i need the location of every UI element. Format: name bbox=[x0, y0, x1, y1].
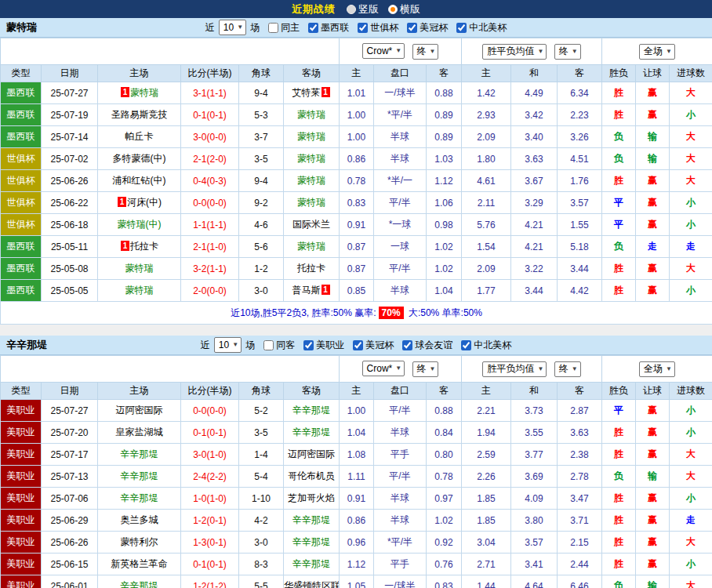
recent-count-select[interactable]: 10▼ bbox=[219, 20, 246, 35]
filter-same-venue-checkbox[interactable]: 同客 bbox=[256, 339, 295, 352]
col-type: 类型 bbox=[1, 383, 42, 400]
col-handicap: 盘口 bbox=[374, 65, 427, 82]
col-euro-away: 客 bbox=[558, 383, 602, 400]
col-asia-away: 客 bbox=[427, 65, 462, 82]
home-team: 辛辛那堤 bbox=[98, 488, 181, 510]
filter-league-美冠杯-checkbox[interactable]: 美冠杯 bbox=[346, 339, 394, 352]
result-handicap: 输 bbox=[636, 126, 670, 148]
team-name: 新英格兰革命 bbox=[111, 558, 168, 569]
filter-league-美冠杯-checkbox[interactable]: 美冠杯 bbox=[400, 21, 448, 34]
euro-away-odds: 3.26 bbox=[558, 126, 602, 148]
final-odds-select[interactable]: 终▼ bbox=[412, 44, 439, 60]
asia-odds-controls: Crow*▼ 终▼ bbox=[340, 38, 462, 65]
result-handicap: 赢 bbox=[636, 532, 670, 554]
league-type: 墨西联 bbox=[1, 104, 42, 126]
col-handicap-result: 让球 bbox=[636, 65, 670, 82]
checkbox-input[interactable] bbox=[456, 23, 467, 33]
away-team: 辛辛那堤 bbox=[284, 510, 340, 532]
filter-same-venue-checkbox[interactable]: 同主 bbox=[261, 21, 300, 34]
home-team: 奥兰多城 bbox=[98, 510, 181, 532]
radio-selected-icon[interactable] bbox=[388, 5, 398, 14]
checkbox-input[interactable] bbox=[358, 23, 368, 33]
checkbox-input[interactable] bbox=[407, 23, 417, 33]
final-odds-select[interactable]: 终▼ bbox=[412, 361, 439, 377]
checkbox-input[interactable] bbox=[268, 23, 278, 33]
score: 3-2(1-1) bbox=[181, 258, 239, 280]
avg-odds-select[interactable]: 胜平负均值▼ bbox=[482, 44, 547, 60]
filter-league-墨西联-checkbox[interactable]: 墨西联 bbox=[301, 21, 349, 34]
team-name: 辛辛那堤 bbox=[292, 426, 330, 437]
checkbox-input[interactable] bbox=[303, 340, 314, 350]
result-goals: 小 bbox=[670, 554, 712, 575]
avg-odds-select[interactable]: 胜平负均值▼ bbox=[482, 361, 547, 377]
version-radio-竖版[interactable]: 竖版 bbox=[347, 2, 379, 16]
result-handicap: 赢 bbox=[636, 280, 670, 302]
result-goals: 小 bbox=[670, 488, 712, 510]
checkbox-input[interactable] bbox=[461, 340, 471, 350]
match-row: 美职业25-06-29奥兰多城1-2(0-1)4-2辛辛那堤0.86半球1.02… bbox=[1, 510, 712, 532]
euro-draw-odds: 3.42 bbox=[511, 104, 558, 126]
asia-home-odds: 1.11 bbox=[340, 466, 374, 488]
match-date: 25-07-17 bbox=[42, 444, 98, 466]
team-name: 迈阿密国际 bbox=[116, 405, 163, 416]
result-goals: 小 bbox=[670, 214, 712, 236]
matches-body: 墨西联25-07-271蒙特瑞3-1(1-1)9-4艾特莱11.01一/球半0.… bbox=[1, 82, 712, 302]
version-radio-横版[interactable]: 横版 bbox=[388, 2, 420, 16]
match-row: 美职业25-06-26蒙特利尔1-3(0-1)3-0辛辛那堤0.96*平/半0.… bbox=[1, 532, 712, 554]
scope-controls: 全场▼ bbox=[602, 356, 712, 383]
result-handicap: 赢 bbox=[636, 214, 670, 236]
euro-away-odds: 2.38 bbox=[558, 444, 602, 466]
asia-handicap: 平/半 bbox=[374, 400, 427, 422]
checkbox-label: 中北美杯 bbox=[469, 21, 507, 34]
scope-select[interactable]: 全场▼ bbox=[639, 361, 675, 377]
filter-league-中北美杯-checkbox[interactable]: 中北美杯 bbox=[454, 339, 511, 352]
home-team: 1托拉卡 bbox=[98, 236, 181, 258]
away-team: 蒙特瑞 bbox=[284, 148, 340, 170]
asia-away-odds: 1.04 bbox=[427, 280, 462, 302]
recent-count-select[interactable]: 10▼ bbox=[214, 337, 242, 353]
final-odds-select-value: 终 bbox=[417, 362, 427, 376]
match-date: 25-07-27 bbox=[42, 82, 98, 104]
match-row: 美职业25-07-27迈阿密国际0-0(0-0)5-2辛辛那堤1.00平/半0.… bbox=[1, 400, 712, 422]
result-goals: 走 bbox=[670, 236, 712, 258]
corner-score: 3-0 bbox=[239, 532, 284, 554]
final-odds-select[interactable]: 终▼ bbox=[554, 361, 581, 377]
asia-handicap: 半球 bbox=[374, 422, 427, 444]
asia-home-odds: 1.00 bbox=[340, 400, 374, 422]
checkbox-input[interactable] bbox=[353, 340, 363, 350]
bookmaker-select[interactable]: Crow*▼ bbox=[362, 43, 405, 59]
euro-draw-odds: 4.49 bbox=[511, 82, 558, 104]
filter-league-中北美杯-checkbox[interactable]: 中北美杯 bbox=[449, 21, 507, 34]
checkbox-input[interactable] bbox=[263, 340, 274, 350]
team-name: 河床(中) bbox=[127, 197, 162, 208]
asia-home-odds: 0.91 bbox=[340, 214, 374, 236]
filter-league-美职业-checkbox[interactable]: 美职业 bbox=[296, 339, 344, 352]
checkbox-input[interactable] bbox=[402, 340, 412, 350]
bookmaker-select[interactable]: Crow*▼ bbox=[362, 361, 405, 376]
team-name: 蒙特瑞(中) bbox=[118, 219, 162, 230]
scope-select[interactable]: 全场▼ bbox=[639, 44, 675, 60]
final-odds-select[interactable]: 终▼ bbox=[554, 44, 581, 60]
chevron-down-icon: ▼ bbox=[572, 366, 578, 372]
radio-icon[interactable] bbox=[347, 5, 356, 14]
league-type: 美职业 bbox=[1, 510, 42, 532]
col-euro-draw: 和 bbox=[511, 65, 558, 82]
corner-score: 5-2 bbox=[239, 400, 284, 422]
match-row: 墨西联25-05-111托拉卡2-1(1-0)5-6蒙特瑞0.87一球1.021… bbox=[1, 236, 712, 258]
filter-league-世俱杯-checkbox[interactable]: 世俱杯 bbox=[351, 21, 398, 34]
score: 2-1(1-0) bbox=[181, 236, 239, 258]
col-date: 日期 bbox=[42, 383, 98, 400]
rank-badge: 1 bbox=[321, 285, 330, 295]
col-euro-away: 客 bbox=[558, 65, 602, 82]
league-type: 世俱杯 bbox=[1, 214, 42, 236]
corner-score: 1-10 bbox=[239, 488, 284, 510]
filter-league-球会友谊-checkbox[interactable]: 球会友谊 bbox=[395, 339, 452, 352]
col-euro-draw: 和 bbox=[511, 383, 558, 400]
asia-away-odds: 1.12 bbox=[427, 170, 462, 192]
home-team: 辛辛那堤 bbox=[98, 444, 181, 466]
match-row: 墨西联25-05-05蒙特瑞2-0(0-0)3-0普马斯10.85半球1.041… bbox=[1, 280, 712, 302]
section-divider bbox=[0, 325, 712, 336]
home-team: 蒙特瑞(中) bbox=[98, 214, 181, 236]
asia-away-odds: 0.89 bbox=[427, 104, 462, 126]
checkbox-input[interactable] bbox=[308, 23, 318, 33]
